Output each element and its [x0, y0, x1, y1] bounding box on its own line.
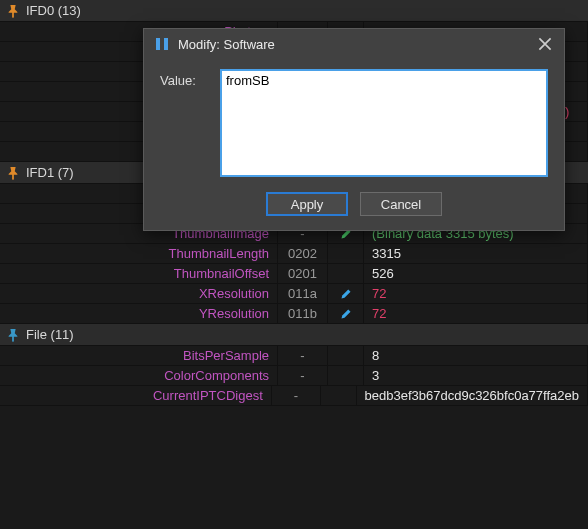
- field-value: bedb3ef3b67dcd9c326bfc0a77ffa2eb: [357, 386, 588, 405]
- edit-icon[interactable]: [328, 284, 364, 303]
- field-value: 72: [364, 284, 588, 303]
- field-value: 3: [364, 366, 588, 385]
- icon-cell: [328, 366, 364, 385]
- section-title: IFD1 (7): [26, 165, 74, 180]
- table-row[interactable]: ThumbnailOffset0201526: [0, 264, 588, 284]
- pin-icon: [6, 166, 20, 180]
- field-name: YResolution: [0, 304, 278, 323]
- field-value: 8: [364, 346, 588, 365]
- field-name: CurrentIPTCDigest: [0, 386, 272, 405]
- field-name: ThumbnailLength: [0, 244, 278, 263]
- table-row[interactable]: BitsPerSample-8: [0, 346, 588, 366]
- field-name: BitsPerSample: [0, 346, 278, 365]
- field-name: ThumbnailOffset: [0, 264, 278, 283]
- edit-icon[interactable]: [328, 304, 364, 323]
- section-title: File (11): [26, 327, 74, 342]
- section-title: IFD0 (13): [26, 3, 81, 18]
- section-header-ifd0[interactable]: IFD0 (13): [0, 0, 588, 22]
- svg-rect-3: [164, 38, 168, 50]
- field-value: 3315: [364, 244, 588, 263]
- svg-rect-2: [156, 38, 160, 50]
- dialog-titlebar[interactable]: Modify: Software: [144, 29, 564, 59]
- rows-file: BitsPerSample-8ColorComponents-3CurrentI…: [0, 346, 588, 406]
- cancel-button[interactable]: Cancel: [360, 192, 442, 216]
- table-row[interactable]: YResolution011b72: [0, 304, 588, 324]
- field-name: XResolution: [0, 284, 278, 303]
- app-icon: [154, 36, 170, 52]
- close-icon[interactable]: [536, 35, 554, 53]
- modify-dialog: Modify: Software Value: Apply Cancel: [143, 28, 565, 231]
- pin-icon: [6, 4, 20, 18]
- icon-cell: [328, 346, 364, 365]
- field-tag: 011a: [278, 284, 328, 303]
- value-label: Value:: [160, 69, 220, 180]
- dialog-body: Value: Apply Cancel: [144, 59, 564, 230]
- field-value: 526: [364, 264, 588, 283]
- table-row[interactable]: ColorComponents-3: [0, 366, 588, 386]
- field-tag: 0201: [278, 264, 328, 283]
- field-tag: -: [272, 386, 321, 405]
- table-row[interactable]: XResolution011a72: [0, 284, 588, 304]
- icon-cell: [328, 264, 364, 283]
- table-row[interactable]: CurrentIPTCDigest-bedb3ef3b67dcd9c326bfc…: [0, 386, 588, 406]
- field-tag: 0202: [278, 244, 328, 263]
- section-header-file[interactable]: File (11): [0, 324, 588, 346]
- dialog-title: Modify: Software: [178, 37, 536, 52]
- field-name: ColorComponents: [0, 366, 278, 385]
- icon-cell: [321, 386, 357, 405]
- icon-cell: [328, 244, 364, 263]
- field-tag: 011b: [278, 304, 328, 323]
- value-input[interactable]: [220, 69, 548, 177]
- pin-icon: [6, 328, 20, 342]
- table-row[interactable]: ThumbnailLength02023315: [0, 244, 588, 264]
- field-tag: -: [278, 366, 328, 385]
- field-tag: -: [278, 346, 328, 365]
- apply-button[interactable]: Apply: [266, 192, 348, 216]
- field-value: 72: [364, 304, 588, 323]
